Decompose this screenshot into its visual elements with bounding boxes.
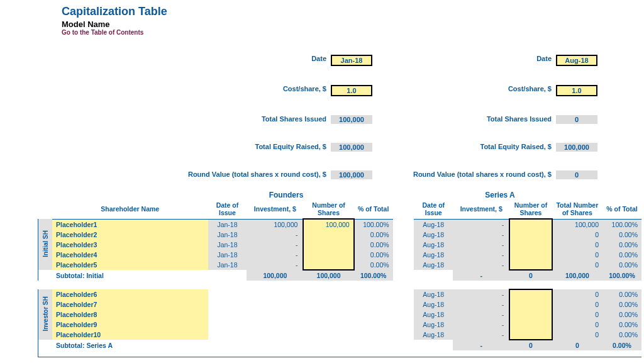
th-shname: Shareholder Name <box>52 199 208 219</box>
label-cost-a: Cost/share, $ <box>393 85 555 96</box>
th-a-pct: % of Total <box>602 199 641 219</box>
model-name: Model Name <box>62 20 644 29</box>
th-f-date: Date of Issue <box>208 199 247 219</box>
shareholder-name[interactable]: Placeholder9 <box>52 320 208 330</box>
shareholder-name[interactable]: Placeholder4 <box>52 250 208 260</box>
founders-roundval: 100,000 <box>331 170 372 179</box>
seriesa-cost[interactable]: 1.0 <box>556 85 597 96</box>
table-row: Investor SHPlaceholder6Aug-18-00.00% <box>38 289 642 299</box>
table-row: Placeholder10Aug-18-00.00% <box>38 330 642 340</box>
th-f-shares: Number of Shares <box>303 199 353 219</box>
subtotal-initial: Subtotal: Initial 100,000 100,000 100.00… <box>38 270 642 281</box>
table-row: Placeholder7Aug-18-00.00% <box>38 299 642 310</box>
founders-raised: 100,000 <box>331 143 372 152</box>
founders-date[interactable]: Jan-18 <box>331 55 372 66</box>
founders-cost[interactable]: 1.0 <box>331 85 372 96</box>
shareholder-name[interactable]: Placeholder1 <box>52 219 208 230</box>
section-seriesa: Series A <box>393 191 607 199</box>
page-title: Capitalization Table <box>62 5 644 18</box>
shareholder-name[interactable]: Placeholder10 <box>52 330 208 340</box>
table-row: Placeholder3Jan-18-0.00%Aug-18-00.00% <box>38 240 642 250</box>
shareholder-name[interactable]: Placeholder5 <box>52 260 208 270</box>
seriesa-raised: 100,000 <box>556 143 597 152</box>
label-roundval-a: Round Value (total shares x round cost),… <box>393 170 555 179</box>
th-a-date: Date of Issue <box>414 199 453 219</box>
seriesa-roundval: 0 <box>556 170 597 179</box>
table-row: Initial SHPlaceholder1Jan-18100,000100,0… <box>38 219 642 230</box>
label-cost: Cost/share, $ <box>0 85 330 96</box>
th-f-invest: Investment, $ <box>247 199 303 219</box>
shareholder-name[interactable]: Placeholder8 <box>52 310 208 320</box>
section-founders: Founders <box>198 191 374 199</box>
subtotal-seriesa: Subtotal: Series A - 0 0 0.00% <box>38 340 642 350</box>
table-row: Placeholder8Aug-18-00.00% <box>38 310 642 320</box>
sidebar-investor: Investor SH <box>42 296 49 332</box>
table-row: Placeholder4Jan-18-0.00%Aug-18-00.00% <box>38 250 642 260</box>
label-issued-a: Total Shares Issued <box>393 115 555 124</box>
th-a-invest: Investment, $ <box>453 199 509 219</box>
seriesa-date[interactable]: Aug-18 <box>556 55 597 66</box>
shareholder-name[interactable]: Placeholder3 <box>52 240 208 250</box>
th-a-shares: Number of Shares <box>509 199 552 219</box>
label-raised-a: Total Equity Raised, $ <box>393 143 555 152</box>
sidebar-initial: Initial SH <box>42 230 49 257</box>
table-row: Placeholder5Jan-18-0.00%Aug-18-00.00% <box>38 260 642 270</box>
shareholder-name[interactable]: Placeholder2 <box>52 230 208 240</box>
shareholder-name[interactable]: Placeholder7 <box>52 299 208 310</box>
th-a-total: Total Number of Shares <box>552 199 602 219</box>
label-issued: Total Shares Issued <box>0 115 330 124</box>
label-raised: Total Equity Raised, $ <box>0 143 330 152</box>
table-row: Placeholder9Aug-18-00.00% <box>38 320 642 330</box>
seriesa-issued: 0 <box>556 115 597 124</box>
toc-link[interactable]: Go to the Table of Contents <box>62 29 644 36</box>
label-date: Date <box>0 55 330 66</box>
label-roundval: Round Value (total shares x round cost),… <box>0 170 330 179</box>
founders-issued: 100,000 <box>331 115 372 124</box>
table-row: Placeholder2Jan-18-0.00%Aug-18-00.00% <box>38 230 642 240</box>
label-date-a: Date <box>393 55 555 66</box>
cap-table: Shareholder Name Date of Issue Investmen… <box>38 199 641 363</box>
shareholder-name[interactable]: Placeholder6 <box>52 289 208 299</box>
th-f-pct: % of Total <box>354 199 393 219</box>
